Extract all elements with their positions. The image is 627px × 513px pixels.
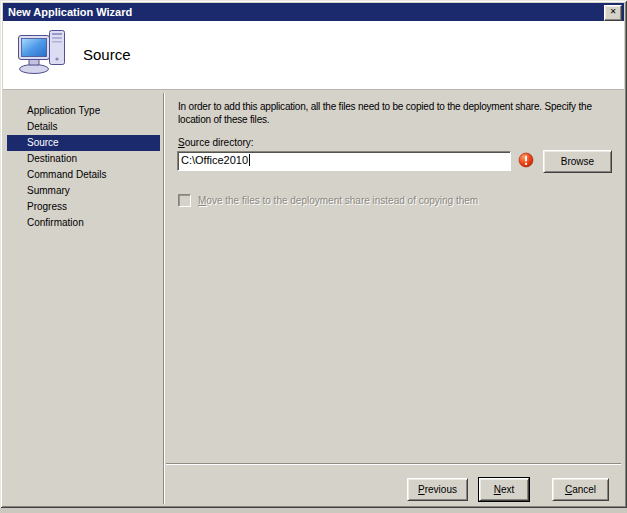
sidebar-item-summary: Summary xyxy=(7,183,160,199)
instruction-text: In order to add this application, all th… xyxy=(178,100,616,126)
previous-button[interactable]: Previous xyxy=(407,478,468,501)
titlebar[interactable]: New Application Wizard ✕ xyxy=(3,3,624,21)
sidebar-item-destination: Destination xyxy=(7,151,160,167)
page-title: Source xyxy=(83,46,131,63)
close-icon[interactable]: ✕ xyxy=(604,5,622,21)
validation-error-icon xyxy=(518,152,534,168)
wizard-window: New Application Wizard ✕ xyxy=(0,0,627,508)
move-files-checkbox-label: Move the files to the deployment share i… xyxy=(198,195,478,206)
text-caret xyxy=(249,154,250,166)
source-directory-input[interactable]: C:\Office2010 xyxy=(177,151,511,171)
sidebar-item-application-type: Application Type xyxy=(7,103,160,119)
source-directory-value: C:\Office2010 xyxy=(181,154,248,166)
move-files-checkbox[interactable] xyxy=(178,194,191,207)
window-title: New Application Wizard xyxy=(8,6,132,18)
move-files-checkbox-row: Move the files to the deployment share i… xyxy=(178,194,478,207)
source-directory-label: Source directory: xyxy=(178,137,254,148)
computer-icon xyxy=(17,29,71,79)
sidebar-item-progress: Progress xyxy=(7,199,160,215)
sidebar-item-command-details: Command Details xyxy=(7,167,160,183)
wizard-header: Source xyxy=(3,21,624,90)
next-button[interactable]: Next xyxy=(479,478,529,501)
sidebar-item-details: Details xyxy=(7,119,160,135)
wizard-steps-list: Application Type Details Source Destinat… xyxy=(7,103,160,231)
sidebar-item-confirmation: Confirmation xyxy=(7,215,160,231)
cancel-button[interactable]: Cancel xyxy=(552,478,609,501)
sidebar-item-source: Source xyxy=(7,135,160,151)
browse-button[interactable]: Browse xyxy=(543,150,612,173)
footer-separator xyxy=(166,463,621,465)
sidebar-divider xyxy=(163,93,165,504)
